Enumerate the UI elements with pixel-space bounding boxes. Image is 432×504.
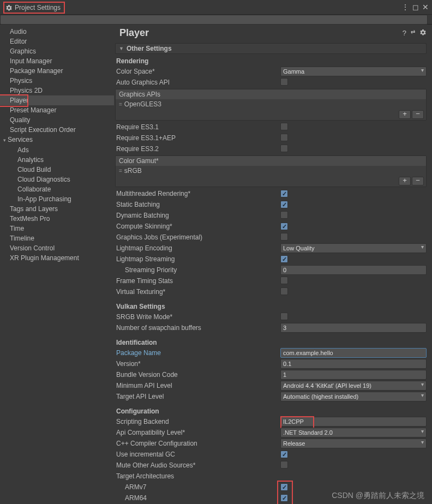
select-scripting-backend[interactable]: IL2CPP: [280, 417, 427, 427]
list-color-gamut: Color Gamut* sRGB +−: [115, 155, 427, 187]
checkbox-srgb-write[interactable]: [280, 313, 288, 320]
checkbox-graphics-jobs[interactable]: [280, 233, 288, 241]
sidebar-item-time[interactable]: Time: [0, 224, 114, 233]
label-package-name[interactable]: Package Name: [116, 349, 253, 357]
checkbox-frame-timing[interactable]: [280, 277, 288, 284]
checkbox-arm64[interactable]: [280, 494, 288, 502]
label-graphics-jobs: Graphics Jobs (Experimental): [116, 233, 253, 241]
label-scripting-backend: Scripting Backend: [116, 418, 253, 425]
sidebar-item-services[interactable]: Services: [0, 135, 114, 145]
select-cpp-config[interactable]: Release: [280, 439, 427, 448]
select-color-space[interactable]: Gamma: [280, 67, 427, 76]
input-streaming-priority[interactable]: [280, 265, 427, 275]
sidebar-item-input-manager[interactable]: Input Manager: [0, 56, 114, 66]
sidebar-item-timeline[interactable]: Timeline: [0, 233, 114, 243]
label-lightmap-streaming: Lightmap Streaming: [116, 255, 253, 263]
label-arm64: ARM64: [125, 494, 253, 502]
checkbox-lightmap-streaming[interactable]: [280, 255, 288, 263]
checkbox-dynamic-batching[interactable]: [280, 211, 288, 219]
checkbox-auto-graphics[interactable]: [280, 78, 288, 86]
list-header-gamut: Color Gamut*: [116, 156, 426, 166]
sidebar-item-audio[interactable]: Audio: [0, 27, 114, 37]
input-swapchain[interactable]: [280, 323, 427, 333]
preset-icon[interactable]: ⇄: [411, 29, 415, 37]
sidebar-item-analytics[interactable]: Analytics: [0, 155, 114, 165]
label-armv7: ARMv7: [125, 483, 253, 491]
label-multithreaded: Multithreaded Rendering*: [116, 190, 253, 197]
sidebar-item-editor[interactable]: Editor: [0, 37, 114, 46]
sidebar: AudioEditorGraphicsInput ManagerPackage …: [0, 25, 114, 504]
sidebar-item-graphics[interactable]: Graphics: [0, 46, 114, 56]
select-api-compat[interactable]: .NET Standard 2.0: [280, 428, 427, 437]
settings-icon[interactable]: [419, 29, 427, 36]
sidebar-item-player[interactable]: Player: [0, 95, 114, 105]
label-api-compat: Api Compatibility Level*: [116, 429, 253, 436]
sidebar-item-cloud-build[interactable]: Cloud Build: [0, 165, 114, 175]
remove-button[interactable]: −: [412, 177, 424, 185]
popout-icon[interactable]: ◻: [412, 3, 419, 11]
list-graphics-apis: Graphics APIs OpenGLES3 +−: [115, 89, 427, 121]
checkbox-compute-skinning[interactable]: [280, 223, 288, 230]
add-button[interactable]: +: [399, 110, 411, 119]
page-title: Player: [119, 27, 149, 39]
label-streaming-priority: Streaming Priority: [125, 266, 253, 274]
checkbox-incremental-gc[interactable]: [280, 451, 288, 458]
list-header-graphics: Graphics APIs: [116, 89, 426, 99]
sidebar-item-collaborate[interactable]: Collaborate: [0, 184, 114, 194]
section-other-settings[interactable]: ▼ Other Settings: [115, 43, 427, 54]
help-icon[interactable]: ?: [403, 29, 406, 37]
search-input[interactable]: [0, 15, 428, 25]
label-color-space: Color Space*: [116, 68, 253, 75]
window-title: Project Settings: [15, 4, 61, 11]
sidebar-item-quality[interactable]: Quality: [0, 115, 114, 125]
checkbox-multithreaded[interactable]: [280, 190, 288, 197]
checkbox-req-es31aep[interactable]: [280, 134, 288, 141]
checkbox-req-es32[interactable]: [280, 145, 288, 152]
title-highlight: Project Settings: [3, 2, 65, 14]
input-version[interactable]: [280, 359, 427, 369]
close-icon[interactable]: ✕: [422, 3, 429, 11]
sidebar-item-physics-2d[interactable]: Physics 2D: [0, 86, 114, 95]
checkbox-virtual-texturing[interactable]: [280, 287, 288, 295]
select-lightmap-encoding[interactable]: Low Quality: [280, 243, 427, 253]
subsection-configuration: Configuration: [115, 405, 427, 416]
sidebar-item-textmesh-pro[interactable]: TextMesh Pro: [0, 214, 114, 224]
label-lightmap-encoding: Lightmap Encoding: [116, 244, 253, 252]
checkbox-static-batching[interactable]: [280, 201, 288, 208]
remove-button[interactable]: −: [412, 110, 424, 119]
sidebar-item-script-execution-order[interactable]: Script Execution Order: [0, 125, 114, 135]
label-req-es31aep: Require ES3.1+AEP: [116, 134, 253, 142]
label-dynamic-batching: Dynamic Batching: [116, 212, 253, 219]
content: Player ? ⇄ ▼ Other Settings Rendering Co…: [114, 25, 432, 504]
sidebar-item-version-control[interactable]: Version Control: [0, 243, 114, 253]
sidebar-item-physics[interactable]: Physics: [0, 76, 114, 86]
input-package-name[interactable]: [280, 348, 427, 358]
titlebar: Project Settings ⋮ ◻ ✕: [0, 0, 432, 15]
checkbox-armv7[interactable]: [280, 483, 288, 491]
sidebar-item-package-manager[interactable]: Package Manager: [0, 66, 114, 76]
watermark: CSDN @勇踏前人未索之境: [332, 491, 424, 501]
sidebar-item-in-app-purchasing[interactable]: In-App Purchasing: [0, 194, 114, 204]
label-target-api: Target API Level: [116, 393, 253, 400]
sidebar-item-xr-plugin-management[interactable]: XR Plugin Management: [0, 253, 114, 263]
subsection-rendering: Rendering: [115, 55, 427, 66]
checkbox-mute-audio[interactable]: [280, 461, 288, 469]
label-mute-audio: Mute Other Audio Sources*: [116, 461, 253, 469]
add-button[interactable]: +: [399, 177, 411, 185]
select-min-api[interactable]: Android 4.4 'KitKat' (API level 19): [280, 381, 427, 391]
input-bundle[interactable]: [280, 370, 427, 380]
menu-icon[interactable]: ⋮: [401, 3, 409, 11]
label-req-es31: Require ES3.1: [116, 123, 253, 131]
select-target-api[interactable]: Automatic (highest installed): [280, 392, 427, 401]
list-item-opengles3[interactable]: OpenGLES3: [116, 99, 426, 109]
checkbox-req-es31[interactable]: [280, 123, 288, 130]
sidebar-item-tags-and-layers[interactable]: Tags and Layers: [0, 204, 114, 214]
label-swapchain: Number of swapchain buffers: [116, 324, 253, 332]
label-srgb-write: SRGB Write Mode*: [116, 313, 253, 321]
list-item-srgb[interactable]: sRGB: [116, 166, 426, 176]
sidebar-item-ads[interactable]: Ads: [0, 145, 114, 155]
label-virtual-texturing: Virtual Texturing*: [116, 288, 253, 296]
sidebar-item-preset-manager[interactable]: Preset Manager: [0, 105, 114, 115]
sidebar-item-cloud-diagnostics[interactable]: Cloud Diagnostics: [0, 175, 114, 184]
label-req-es32: Require ES3.2: [116, 145, 253, 153]
